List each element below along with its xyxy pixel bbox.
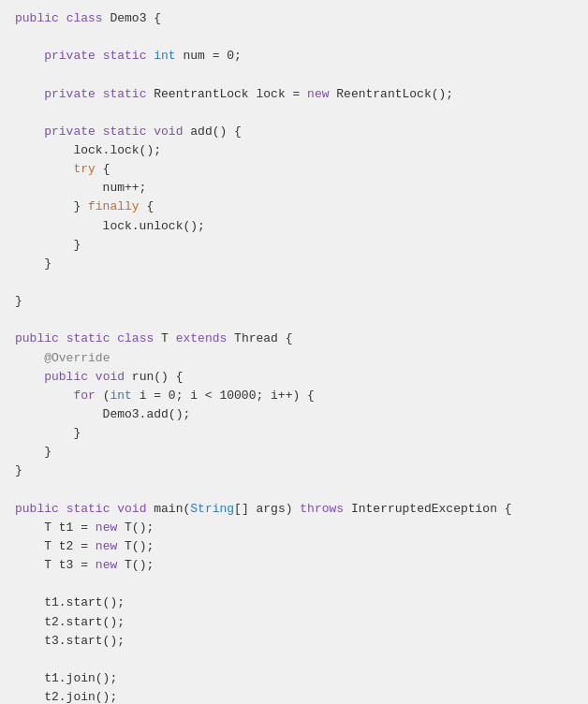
- code-line: public void run() {: [0, 368, 588, 387]
- code-line: }: [0, 462, 588, 480]
- code-line: private static void add() {: [0, 123, 588, 141]
- code-line: }: [0, 292, 588, 311]
- code-line: t3.start();: [0, 632, 588, 651]
- code-line: }: [0, 236, 588, 255]
- code-line: num++;: [0, 179, 588, 198]
- code-line: t2.start();: [0, 613, 588, 632]
- code-line: private static ReentrantLock lock = new …: [0, 85, 588, 104]
- code-line: t1.start();: [0, 594, 588, 612]
- code-line: try {: [0, 160, 588, 179]
- code-line: private static int num = 0;: [0, 47, 588, 66]
- code-line: T t1 = new T();: [0, 519, 588, 537]
- code-line: t1.join();: [0, 669, 588, 688]
- code-line: lock.unlock();: [0, 217, 588, 236]
- code-line: t2.join();: [0, 688, 588, 704]
- code-line: public static void main(String[] args) t…: [0, 500, 588, 519]
- code-line: }: [0, 424, 588, 443]
- code-line: Demo3.add();: [0, 405, 588, 424]
- code-line: T t3 = new T();: [0, 556, 588, 575]
- code-line: for (int i = 0; i < 10000; i++) {: [0, 387, 588, 405]
- code-line: }: [0, 443, 588, 462]
- code-line: @Override: [0, 349, 588, 368]
- code-line: T t2 = new T();: [0, 537, 588, 556]
- code-line: public class Demo3 {: [0, 9, 588, 28]
- code-line: lock.lock();: [0, 141, 588, 160]
- code-line: public static class T extends Thread {: [0, 330, 588, 348]
- code-line: }: [0, 255, 588, 273]
- code-line: } finally {: [0, 198, 588, 216]
- code-editor: public class Demo3 { private static int …: [0, 0, 588, 704]
